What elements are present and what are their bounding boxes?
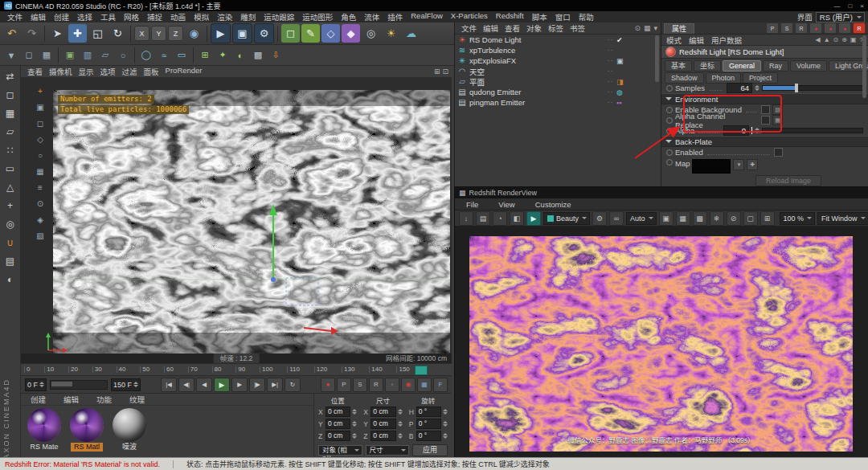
- coordinate-field[interactable]: Y 0 cm: [363, 419, 402, 429]
- attribute-menu-item[interactable]: 用户数据: [711, 35, 742, 46]
- open-folder-icon[interactable]: ▤: [476, 211, 490, 226]
- reload-image-button[interactable]: Reload Image: [755, 175, 821, 186]
- alpha-value-field[interactable]: 0: [723, 125, 749, 136]
- attribute-tab[interactable]: Volume: [790, 60, 827, 72]
- close-button[interactable]: ×: [860, 2, 864, 10]
- lock-render-icon[interactable]: ▣: [659, 211, 674, 226]
- start-render-icon[interactable]: ▶: [526, 211, 541, 226]
- menu-item[interactable]: 捕捉: [143, 11, 166, 22]
- object-plane[interactable]: ▱ 平面 ∙∙ ◨: [455, 76, 654, 87]
- menu-item[interactable]: 动画: [166, 11, 190, 22]
- goto-end-button[interactable]: ▶|: [267, 378, 283, 392]
- apply-button[interactable]: 应用: [412, 444, 448, 456]
- cube-small-icon[interactable]: ▣: [62, 47, 78, 63]
- environment-section-header[interactable]: Environment: [661, 93, 868, 104]
- coordinate-field[interactable]: B 0 °: [409, 431, 448, 441]
- add-icon[interactable]: ⊕: [841, 36, 847, 43]
- move-tool-icon[interactable]: ✚: [68, 24, 87, 43]
- mograph-icon[interactable]: ⊞: [197, 47, 213, 63]
- selection-filter-icon[interactable]: ▼: [3, 47, 19, 63]
- key-rotation-icon[interactable]: R: [795, 22, 808, 34]
- plane-icon[interactable]: ▱: [97, 47, 113, 63]
- redo-icon[interactable]: ↷: [23, 24, 41, 43]
- hud-toggle-icon[interactable]: ▦: [417, 378, 432, 392]
- snap-icon[interactable]: ∪: [2, 234, 19, 251]
- vp-tool-1-icon[interactable]: ▣: [33, 100, 47, 114]
- attribute-menu-item[interactable]: 模式: [666, 35, 682, 46]
- effector-icon[interactable]: ✦: [215, 47, 231, 63]
- checker-icon[interactable]: ▩: [693, 211, 707, 226]
- key-position-icon[interactable]: P: [766, 22, 779, 34]
- coordinate-field[interactable]: Y 0 cm: [318, 419, 357, 429]
- menu-item[interactable]: 窗口: [551, 11, 575, 22]
- image-icon[interactable]: ▢: [743, 211, 758, 226]
- sky-icon[interactable]: ☁: [402, 24, 420, 43]
- z-axis-lock-icon[interactable]: Z: [168, 26, 183, 41]
- coordinate-field[interactable]: P 0 °: [409, 419, 448, 429]
- deformer-icon[interactable]: ◆: [342, 24, 360, 43]
- vp-tool-4-icon[interactable]: ○: [33, 148, 47, 162]
- attribute-tab[interactable]: 坐标: [694, 60, 721, 72]
- sphere-icon[interactable]: ○: [115, 47, 131, 63]
- make-editable-icon[interactable]: ⇄: [2, 67, 19, 85]
- workplane-lock-icon[interactable]: ▤: [2, 252, 19, 270]
- record-dot-icon[interactable]: ●: [824, 22, 837, 34]
- menu-item[interactable]: X-Particles: [447, 11, 492, 22]
- coordinate-field[interactable]: H 0 °: [409, 407, 448, 417]
- redshift-badge-icon[interactable]: R: [853, 22, 866, 34]
- alpha-slider[interactable]: [762, 128, 863, 133]
- prev-key-button[interactable]: ◀|: [178, 378, 194, 392]
- object-xpturbulence[interactable]: ≋ xpTurbulence ∙∙: [455, 45, 654, 55]
- spline-curve-icon[interactable]: ≈: [156, 47, 172, 63]
- attribute-scrollbar[interactable]: [862, 35, 866, 98]
- rendered-image[interactable]: 微信公众号：野鹿志 图像：野鹿志 作者：马野野师 （3.09s）: [469, 236, 853, 452]
- coordinate-field[interactable]: Z 0 cm: [363, 431, 402, 441]
- attribute-tab[interactable]: Shadow: [665, 72, 704, 84]
- render-view-icon[interactable]: ▶: [211, 23, 231, 43]
- material-rs-mate[interactable]: RS Mate: [25, 408, 63, 452]
- search-icon[interactable]: ⊙: [634, 24, 641, 32]
- timeline-ruler[interactable]: 0102030405060708090100110120130140150: [21, 363, 452, 375]
- menu-item[interactable]: 运动跟踪: [260, 11, 298, 22]
- minimize-button[interactable]: —: [833, 2, 840, 10]
- menu-item[interactable]: 工具: [96, 11, 120, 22]
- prev-frame-button[interactable]: ◀: [196, 378, 212, 392]
- autokey-button[interactable]: ◉: [401, 378, 416, 392]
- record-dot-icon[interactable]: ●: [838, 22, 851, 34]
- next-frame-button[interactable]: ▶: [231, 378, 248, 392]
- viewport-menu-item[interactable]: 面板: [141, 66, 162, 77]
- menu-item[interactable]: 流体: [360, 11, 383, 22]
- material-menu-item[interactable]: 创建: [27, 394, 50, 405]
- map-color-swatch[interactable]: [692, 159, 731, 174]
- loop-button[interactable]: ↻: [285, 378, 301, 392]
- menu-item[interactable]: 文件: [3, 11, 27, 22]
- viewport-menu-item[interactable]: 查看: [24, 66, 46, 77]
- frame-all-icon[interactable]: F: [433, 378, 448, 392]
- object-rs-dome-light[interactable]: ☀ RS Dome Light ∙∙ ✔: [455, 35, 654, 45]
- viewport-solo-icon[interactable]: ◎: [2, 215, 19, 233]
- enable-background-checkbox[interactable]: [761, 105, 770, 114]
- key-position-button[interactable]: P: [337, 378, 351, 392]
- edges-mode-icon[interactable]: ▭: [2, 160, 19, 178]
- polygons-mode-icon[interactable]: △: [2, 178, 19, 196]
- samples-slider[interactable]: [762, 85, 863, 91]
- primitive-cube-icon[interactable]: ◻: [281, 24, 300, 43]
- key-parameter-button[interactable]: ◦: [385, 378, 399, 392]
- coordinate-system-icon[interactable]: ◉: [185, 24, 203, 43]
- coordinate-field[interactable]: Z 0 cm: [318, 431, 357, 441]
- spline-pen-icon[interactable]: ✎: [301, 24, 320, 43]
- menu-item[interactable]: 运动图形: [298, 11, 337, 22]
- vp-tool-6-icon[interactable]: ≡: [33, 180, 47, 194]
- object-manager-menu-item[interactable]: 对象: [523, 22, 545, 34]
- material-menu-item[interactable]: 纹理: [125, 394, 149, 405]
- enable-axis-icon[interactable]: +: [2, 197, 19, 215]
- rotate-tool-icon[interactable]: ↻: [108, 24, 127, 43]
- play-button[interactable]: ▶: [214, 378, 230, 392]
- record-button[interactable]: ●: [321, 378, 335, 392]
- next-key-button[interactable]: |▶: [249, 378, 265, 392]
- spline-rect-icon[interactable]: ▭: [174, 47, 190, 63]
- points-mode-icon[interactable]: ∷: [2, 141, 19, 159]
- material-rs-matl[interactable]: RS Matl: [68, 408, 106, 452]
- aov-settings-icon[interactable]: ⚙: [592, 211, 607, 226]
- map-dropdown-button[interactable]: ▾: [733, 159, 744, 170]
